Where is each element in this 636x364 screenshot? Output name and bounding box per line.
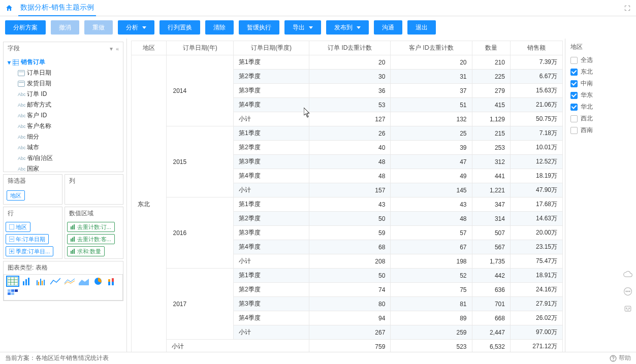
grouped-bar-icon[interactable] <box>36 277 47 286</box>
comm-button[interactable]: 沟通 <box>374 20 402 35</box>
measure-panel[interactable]: 数值区域 去重计数:订...去重计数:客...求和:数量 <box>65 207 124 259</box>
checkbox-icon[interactable] <box>570 115 578 122</box>
filter-chip-region[interactable]: 地区 <box>7 190 25 201</box>
table-row[interactable]: 小计7595236,532271.12万 <box>132 340 563 352</box>
column-header[interactable]: 订单日期(季度) <box>233 41 309 55</box>
svg-rect-16 <box>71 251 72 254</box>
filter-panel[interactable]: 筛选器 地区 <box>3 174 62 205</box>
column-header[interactable]: 销售额 <box>510 41 562 55</box>
heatmap-icon[interactable] <box>7 289 18 298</box>
collapse-icon[interactable]: « <box>116 46 119 52</box>
home-icon[interactable] <box>5 4 13 12</box>
table-chart-icon[interactable] <box>7 277 18 286</box>
checkbox-icon[interactable] <box>570 80 578 87</box>
fullscreen-icon[interactable] <box>624 5 631 12</box>
svg-rect-13 <box>71 239 72 242</box>
date-icon <box>18 81 25 87</box>
cloud-icon[interactable] <box>623 269 633 279</box>
field-item[interactable]: 客户 ID <box>4 110 123 121</box>
region-checkbox-row[interactable]: 东北 <box>570 66 631 78</box>
analyze-button[interactable]: 分析 <box>118 20 154 35</box>
chevron-down-icon <box>357 26 361 29</box>
export-button[interactable]: 导出 <box>284 20 321 35</box>
svg-rect-37 <box>112 278 114 282</box>
chevron-down-icon <box>142 26 146 29</box>
column-header[interactable]: 订单 ID去重计数 <box>309 41 391 55</box>
chart-type-panel: 图表类型: 表格 <box>3 261 123 301</box>
svg-rect-40 <box>15 289 18 292</box>
row-chip[interactable]: 地区 <box>6 222 30 232</box>
region-checkbox-row[interactable]: 中南 <box>570 78 631 89</box>
bar-chart-icon[interactable] <box>21 277 33 286</box>
table-row[interactable]: 2015第1季度26252157.18万 <box>132 126 563 141</box>
svg-rect-28 <box>38 282 39 285</box>
undo-button[interactable]: 撤消 <box>51 20 79 35</box>
checkbox-icon[interactable] <box>570 104 578 111</box>
svg-point-51 <box>613 360 614 360</box>
field-item[interactable]: 城市 <box>4 142 123 153</box>
pie-chart-icon[interactable] <box>92 277 104 286</box>
column-header[interactable]: 订单日期(年) <box>167 41 234 55</box>
row-panel[interactable]: 行 地区年:订单日期季度:订单日... <box>3 207 62 259</box>
region-checkbox-row[interactable]: 西南 <box>570 124 631 136</box>
plan-button[interactable]: 分析方案 <box>5 20 46 35</box>
column-panel[interactable]: 列 <box>65 174 124 205</box>
checkbox-icon[interactable] <box>570 57 578 64</box>
checkbox-icon[interactable] <box>570 69 578 76</box>
field-item[interactable]: 发货日期 <box>4 78 123 89</box>
help-link[interactable]: 帮助 <box>610 354 631 362</box>
region-checkbox-row[interactable]: 西北 <box>570 113 631 124</box>
abc-icon <box>18 102 25 108</box>
tree-root-item[interactable]: ▾ 销售订单 <box>4 57 123 68</box>
table-row[interactable]: 东北2014第1季度20202107.39万 <box>132 55 563 70</box>
svg-rect-41 <box>8 292 11 295</box>
field-item[interactable]: 国家 <box>4 163 123 172</box>
measure-chip[interactable]: 去重计数:客... <box>67 234 115 244</box>
svg-rect-25 <box>25 279 27 285</box>
column-header[interactable]: 数量 <box>472 41 510 55</box>
publish-button[interactable]: 发布到 <box>326 20 369 35</box>
svg-point-48 <box>626 308 627 309</box>
help-icon <box>610 355 617 362</box>
region-checkbox-row[interactable]: 华东 <box>570 89 631 101</box>
field-tree[interactable]: ▾ 销售订单 订单日期发货日期订单 ID邮寄方式客户 ID客户名称细分城市省/自… <box>4 55 123 172</box>
multi-line-icon[interactable] <box>64 277 75 286</box>
redo-button[interactable]: 重做 <box>84 20 113 35</box>
field-item[interactable]: 省/自治区 <box>4 153 123 163</box>
table-row[interactable]: 2016第1季度434334717.68万 <box>132 197 563 212</box>
table-row[interactable]: 2017第1季度505244218.91万 <box>132 269 563 283</box>
robot-icon[interactable] <box>623 304 633 314</box>
data-table-area[interactable]: 地区订单日期(年)订单日期(季度)订单 ID去重计数客户 ID去重计数数量销售额… <box>127 39 565 352</box>
table-icon <box>13 59 19 65</box>
chevron-down-icon <box>309 26 313 29</box>
pause-button[interactable]: 暂缓执行 <box>239 20 279 35</box>
svg-rect-12 <box>74 224 75 229</box>
chat-icon[interactable] <box>623 286 633 296</box>
measure-chip[interactable]: 去重计数:订... <box>67 222 115 232</box>
area-chart-icon[interactable] <box>78 277 89 286</box>
column-header[interactable]: 客户 ID去重计数 <box>391 41 472 55</box>
checkbox-icon[interactable] <box>570 127 578 134</box>
field-item[interactable]: 邮寄方式 <box>4 100 123 110</box>
row-chip[interactable]: 年:订单日期 <box>6 234 49 244</box>
measure-chip[interactable]: 求和:数量 <box>67 246 105 256</box>
column-header[interactable]: 地区 <box>132 41 167 55</box>
field-item[interactable]: 订单日期 <box>4 68 123 78</box>
toolbar: 分析方案 撤消 重做 分析 行列置换 清除 暂缓执行 导出 发布到 沟通 退出 <box>0 16 636 39</box>
field-item[interactable]: 订单 ID <box>4 89 123 100</box>
region-checkbox-row[interactable]: 华北 <box>570 101 631 113</box>
abc-icon <box>18 145 25 151</box>
line-chart-icon[interactable] <box>50 277 61 286</box>
svg-rect-10 <box>71 226 72 229</box>
row-chip[interactable]: 季度:订单日... <box>6 246 53 256</box>
transpose-button[interactable]: 行列置换 <box>160 20 200 35</box>
svg-rect-31 <box>44 280 45 285</box>
svg-point-45 <box>627 291 628 292</box>
stacked-bar-icon[interactable] <box>107 277 118 286</box>
region-checkbox-row[interactable]: 全选 <box>570 54 631 66</box>
checkbox-icon[interactable] <box>570 92 578 99</box>
field-item[interactable]: 客户名称 <box>4 121 123 131</box>
exit-button[interactable]: 退出 <box>407 20 436 35</box>
field-item[interactable]: 细分 <box>4 131 123 142</box>
clear-button[interactable]: 清除 <box>205 20 234 35</box>
